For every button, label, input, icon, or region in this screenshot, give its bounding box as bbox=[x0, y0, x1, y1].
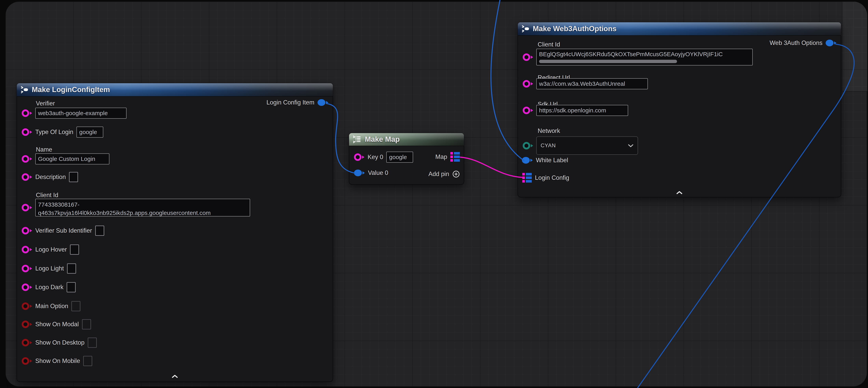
verifier-label: Verifier bbox=[36, 100, 55, 107]
logo-hover-pin[interactable] bbox=[22, 246, 32, 253]
node-header[interactable]: Make Map bbox=[349, 133, 464, 146]
client-id-pin[interactable] bbox=[523, 53, 533, 61]
add-pin-label: Add pin bbox=[429, 171, 449, 178]
logo-hover-input[interactable] bbox=[70, 244, 79, 255]
key0-label: Key 0 bbox=[368, 154, 383, 161]
node-make-web3auth-options[interactable]: Make Web3AuthOptions Web 3Auth Options C… bbox=[518, 22, 841, 197]
verifier-sub-identifier-pin[interactable] bbox=[22, 227, 32, 234]
sdk-url-pin[interactable] bbox=[523, 107, 533, 114]
map-output-label: Map bbox=[435, 153, 447, 160]
verifier-pin[interactable] bbox=[22, 110, 32, 117]
client-id-row: 774338308167- q463s7kpvja16l4l0kko3nb925… bbox=[22, 199, 250, 216]
collapse-chevron-icon[interactable] bbox=[676, 191, 683, 196]
logo-light-pin[interactable] bbox=[22, 265, 32, 272]
client-id-pin[interactable] bbox=[22, 204, 32, 211]
login-config-item-output-pin[interactable] bbox=[317, 99, 328, 106]
logo-hover-row: Logo Hover bbox=[22, 244, 79, 255]
node-header[interactable]: Make Web3AuthOptions bbox=[518, 22, 841, 36]
show-on-mobile-row: Show On Mobile bbox=[22, 356, 92, 366]
main-option-pin[interactable] bbox=[22, 302, 32, 310]
client-id-line2: q463s7kpvja16l4l0kko3nb925ikds2p.apps.go… bbox=[38, 210, 211, 216]
make-struct-icon bbox=[521, 25, 530, 33]
network-row: CYAN bbox=[523, 137, 638, 155]
client-id-line1: 774338308167- bbox=[38, 201, 80, 208]
description-input[interactable] bbox=[69, 172, 78, 182]
client-id-label: Client Id bbox=[36, 191, 58, 199]
client-id-row: BEglQSgt4cUWcj6SKRdu5QkOXTsePmMcusG5EAoy… bbox=[523, 49, 753, 65]
main-option-row: Main Option bbox=[22, 301, 81, 311]
login-config-label: Login Config bbox=[535, 174, 569, 181]
map-output-row[interactable]: Map bbox=[435, 152, 460, 162]
node-title: Make Map bbox=[365, 135, 400, 144]
logo-dark-pin[interactable] bbox=[22, 283, 32, 291]
output-pin-row-web3auth-options[interactable]: Web 3Auth Options bbox=[770, 39, 836, 47]
value0-row: Value 0 bbox=[354, 169, 388, 176]
name-input[interactable]: Google Custom Login bbox=[35, 153, 110, 165]
client-id-input[interactable]: 774338308167- q463s7kpvja16l4l0kko3nb925… bbox=[35, 199, 250, 216]
redirect-url-row: w3a://com.w3a.Web3AuthUnreal bbox=[523, 78, 648, 89]
add-pin-icon[interactable] bbox=[452, 170, 460, 178]
client-id-input[interactable]: BEglQSgt4cUWcj6SKRdu5QkOXTsePmMcusG5EAoy… bbox=[536, 49, 753, 65]
type-of-login-row: Type Of Login google bbox=[22, 126, 103, 138]
sdk-url-row: https://sdk.openlogin.com bbox=[523, 105, 628, 116]
value0-label: Value 0 bbox=[368, 169, 388, 176]
key0-input[interactable]: google bbox=[386, 152, 413, 163]
value0-pin[interactable] bbox=[354, 170, 365, 176]
logo-dark-input[interactable] bbox=[67, 282, 76, 292]
client-id-label: Client Id bbox=[538, 41, 560, 48]
web3auth-options-output-pin[interactable] bbox=[826, 40, 836, 46]
name-row: Google Custom Login bbox=[22, 153, 110, 165]
key0-pin[interactable] bbox=[354, 153, 365, 161]
node-make-login-config-item[interactable]: Make LoginConfigItem Login Config Item V… bbox=[17, 83, 333, 382]
white-label-row: White Label bbox=[522, 157, 568, 164]
show-on-modal-checkbox[interactable] bbox=[82, 319, 91, 329]
logo-hover-label: Logo Hover bbox=[35, 246, 67, 253]
sdk-url-input[interactable]: https://sdk.openlogin.com bbox=[536, 105, 628, 116]
logo-light-input[interactable] bbox=[67, 263, 76, 274]
name-pin[interactable] bbox=[22, 155, 32, 163]
show-on-desktop-row: Show On Desktop bbox=[22, 337, 97, 348]
show-on-desktop-label: Show On Desktop bbox=[35, 339, 85, 346]
client-id-value: BEglQSgt4cUWcj6SKRdu5QkOXTsePmMcusG5EAoy… bbox=[539, 51, 723, 57]
type-of-login-pin[interactable] bbox=[22, 128, 32, 136]
verifier-input[interactable]: web3auth-google-example bbox=[35, 108, 127, 119]
description-row: Description bbox=[22, 172, 78, 182]
network-pin[interactable] bbox=[523, 142, 533, 149]
name-label: Name bbox=[36, 146, 52, 153]
type-of-login-input[interactable]: google bbox=[76, 126, 103, 138]
collapse-chevron-icon[interactable] bbox=[172, 375, 178, 379]
show-on-mobile-checkbox[interactable] bbox=[83, 356, 92, 366]
show-on-modal-row: Show On Modal bbox=[22, 319, 91, 329]
show-on-desktop-checkbox[interactable] bbox=[88, 337, 97, 348]
description-pin[interactable] bbox=[22, 173, 32, 181]
canvas-light-region bbox=[842, 2, 867, 91]
client-id-scrollbar[interactable] bbox=[539, 60, 677, 63]
verifier-sub-identifier-row: Verifier Sub Identifier bbox=[22, 226, 104, 236]
output-pin-row-login-config-item[interactable]: Login Config Item bbox=[267, 99, 328, 106]
add-pin-row[interactable]: Add pin bbox=[429, 170, 460, 178]
node-title: Make Web3AuthOptions bbox=[533, 25, 617, 33]
login-config-pin[interactable] bbox=[522, 173, 532, 183]
node-make-map[interactable]: Make Map Key 0 google Map Value 0 Add pi… bbox=[349, 133, 464, 185]
map-output-pin[interactable] bbox=[451, 152, 460, 162]
verifier-sub-identifier-input[interactable] bbox=[95, 226, 104, 236]
show-on-mobile-pin[interactable] bbox=[22, 357, 32, 365]
description-label: Description bbox=[35, 174, 66, 181]
white-label-label: White Label bbox=[536, 157, 568, 164]
node-header[interactable]: Make LoginConfigItem bbox=[17, 83, 333, 97]
show-on-modal-label: Show On Modal bbox=[35, 321, 79, 328]
chevron-down-icon bbox=[628, 144, 634, 147]
node-title: Make LoginConfigItem bbox=[32, 86, 110, 94]
redirect-url-input[interactable]: w3a://com.w3a.Web3AuthUnreal bbox=[536, 78, 648, 89]
network-dropdown[interactable]: CYAN bbox=[536, 137, 638, 155]
make-map-icon bbox=[352, 136, 362, 143]
show-on-modal-pin[interactable] bbox=[22, 321, 32, 328]
output-pin-label: Login Config Item bbox=[267, 99, 314, 106]
verifier-sub-identifier-label: Verifier Sub Identifier bbox=[35, 227, 92, 234]
redirect-url-pin[interactable] bbox=[523, 80, 533, 88]
make-struct-icon bbox=[20, 86, 29, 94]
main-option-checkbox[interactable] bbox=[71, 301, 81, 311]
output-pin-label: Web 3Auth Options bbox=[770, 39, 823, 47]
logo-dark-row: Logo Dark bbox=[22, 282, 76, 292]
show-on-desktop-pin[interactable] bbox=[22, 339, 32, 347]
